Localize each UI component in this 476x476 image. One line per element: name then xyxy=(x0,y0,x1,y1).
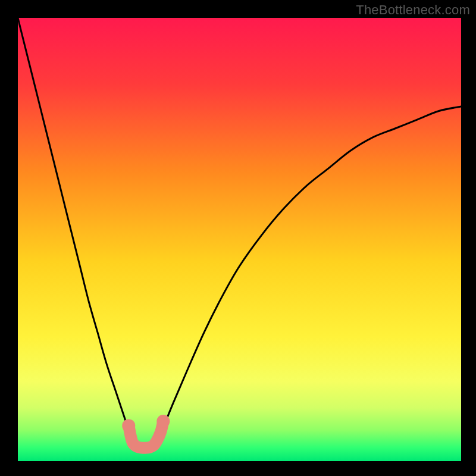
sweet-spot-endpoint xyxy=(156,415,170,428)
watermark-text: TheBottleneck.com xyxy=(356,2,470,18)
chart-frame: TheBottleneck.com xyxy=(0,0,476,476)
plot-area xyxy=(18,18,461,461)
sweet-spot-endpoint xyxy=(122,419,135,432)
chart-svg xyxy=(18,18,461,461)
gradient-background xyxy=(18,18,461,461)
